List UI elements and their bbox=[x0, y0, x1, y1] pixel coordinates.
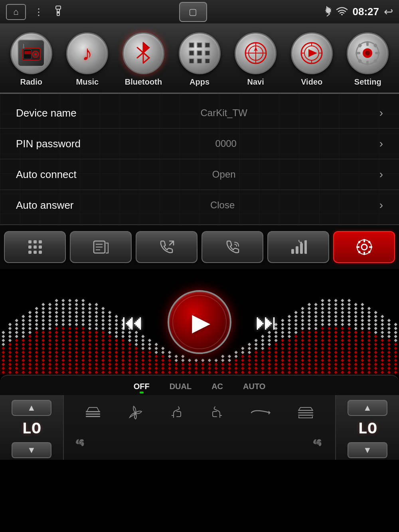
defrost-front-icon[interactable] bbox=[85, 405, 101, 422]
nav-item-bluetooth[interactable]: Bluetooth bbox=[115, 32, 172, 87]
svg-rect-10 bbox=[24, 51, 31, 54]
pin-password-label: PIN password bbox=[16, 138, 81, 150]
previous-button[interactable]: ⏮ bbox=[122, 309, 144, 335]
call-button[interactable] bbox=[136, 231, 198, 263]
climate-center-icons bbox=[64, 395, 335, 460]
dial-button[interactable] bbox=[267, 231, 329, 263]
svg-rect-39 bbox=[28, 240, 32, 243]
radio-label: Radio bbox=[20, 77, 43, 87]
svg-rect-43 bbox=[34, 245, 37, 249]
climate-dual[interactable]: DUAL bbox=[166, 380, 196, 393]
music-button[interactable]: ♪ bbox=[66, 32, 108, 74]
menu-icon[interactable]: ⋮ bbox=[34, 6, 45, 18]
svg-rect-75 bbox=[298, 415, 313, 416]
vent-direction-icon[interactable] bbox=[251, 407, 271, 421]
airflow-icon[interactable] bbox=[128, 405, 143, 422]
music-label: Music bbox=[76, 77, 99, 87]
climate-modes: OFF DUAL AC AUTO bbox=[0, 376, 399, 395]
left-temp-up[interactable]: ▲ bbox=[12, 400, 51, 416]
auto-answer-row[interactable]: Auto answer Close › bbox=[0, 190, 399, 220]
bt-action-buttons bbox=[0, 225, 399, 269]
svg-rect-56 bbox=[291, 240, 303, 241]
bluetooth-label: Bluetooth bbox=[125, 77, 162, 87]
auto-answer-value: Close bbox=[210, 200, 235, 211]
status-bar: ⌂ ⋮ ▢ ✹ bbox=[0, 0, 399, 24]
svg-rect-41 bbox=[39, 240, 42, 243]
climate-off[interactable]: OFF bbox=[130, 380, 154, 393]
left-fan-icon[interactable] bbox=[72, 435, 90, 453]
bt-settings-button[interactable] bbox=[333, 231, 395, 263]
svg-rect-68 bbox=[86, 416, 100, 417]
seat-heat-driver-icon[interactable] bbox=[170, 405, 184, 422]
apps-label: Apps bbox=[190, 77, 209, 87]
bluetooth-status-icon: ✹ bbox=[322, 5, 331, 18]
nav-item-setting[interactable]: Setting bbox=[340, 32, 396, 87]
right-temp-up[interactable]: ▲ bbox=[348, 400, 387, 416]
climate-top-icons bbox=[72, 405, 327, 422]
svg-rect-76 bbox=[298, 410, 313, 411]
climate-control: OFF DUAL AC AUTO ▲ LO ▼ bbox=[0, 375, 399, 460]
next-button[interactable]: ⏭ bbox=[255, 309, 277, 335]
navi-button[interactable] bbox=[235, 32, 277, 74]
apps-button[interactable] bbox=[179, 32, 221, 74]
usb-icon bbox=[53, 5, 64, 18]
svg-point-70 bbox=[134, 412, 136, 414]
svg-rect-40 bbox=[34, 240, 37, 243]
left-temp-down[interactable]: ▼ bbox=[12, 442, 51, 458]
pin-password-row[interactable]: PIN password 0000 › bbox=[0, 129, 399, 159]
setting-button[interactable] bbox=[347, 32, 389, 74]
right-temp-down[interactable]: ▼ bbox=[348, 442, 387, 458]
svg-text:✹: ✹ bbox=[324, 5, 331, 16]
device-name-label: Device name bbox=[16, 107, 77, 119]
svg-point-9 bbox=[34, 53, 37, 55]
svg-rect-45 bbox=[28, 251, 32, 254]
phone-button[interactable] bbox=[201, 231, 263, 263]
climate-ac[interactable]: AC bbox=[207, 380, 227, 393]
seat-heat-passenger-icon[interactable] bbox=[210, 405, 224, 422]
bluetooth-settings-panel: Device name CarKit_TW › PIN password 000… bbox=[0, 94, 399, 225]
keypad-button[interactable] bbox=[4, 231, 66, 263]
device-name-row[interactable]: Device name CarKit_TW › bbox=[0, 98, 399, 129]
radio-button[interactable] bbox=[10, 32, 52, 74]
climate-auto[interactable]: AUTO bbox=[239, 380, 269, 393]
player-controls: ⏮ ▶ ⏭ bbox=[122, 290, 277, 354]
auto-connect-row[interactable]: Auto connect Open › bbox=[0, 159, 399, 190]
svg-point-80 bbox=[317, 442, 318, 443]
right-fan-icon[interactable] bbox=[309, 435, 327, 453]
svg-rect-33 bbox=[356, 52, 360, 54]
svg-rect-69 bbox=[86, 411, 100, 412]
climate-bottom-icons bbox=[72, 435, 327, 453]
bluetooth-button[interactable] bbox=[122, 32, 164, 74]
play-icon: ▶ bbox=[192, 308, 210, 336]
nav-item-navi[interactable]: Navi bbox=[227, 32, 284, 87]
play-button[interactable]: ▶ bbox=[168, 290, 231, 354]
nav-item-video[interactable]: Video bbox=[284, 32, 340, 87]
back-icon[interactable]: ↩ bbox=[384, 5, 393, 18]
window-icon[interactable]: ▢ bbox=[179, 2, 207, 22]
home-icon[interactable]: ⌂ bbox=[6, 4, 26, 20]
auto-connect-value: Open bbox=[212, 169, 236, 180]
contacts-button[interactable] bbox=[70, 231, 132, 263]
svg-rect-59 bbox=[363, 239, 365, 242]
climate-bottom: ▲ LO ▼ bbox=[0, 395, 399, 460]
clock: 08:27 bbox=[353, 6, 379, 18]
pin-password-value: 0000 bbox=[215, 138, 237, 149]
nav-item-music[interactable]: ♪ Music bbox=[59, 32, 116, 87]
svg-marker-73 bbox=[269, 411, 271, 415]
svg-rect-55 bbox=[304, 240, 307, 254]
svg-rect-74 bbox=[298, 412, 313, 413]
svg-rect-61 bbox=[356, 246, 359, 248]
pin-password-arrow: › bbox=[379, 137, 383, 150]
svg-rect-62 bbox=[369, 246, 372, 248]
nav-item-apps[interactable]: Apps bbox=[172, 32, 228, 87]
rear-defrost-icon[interactable] bbox=[297, 407, 314, 421]
svg-rect-54 bbox=[300, 243, 303, 254]
video-button[interactable] bbox=[291, 32, 333, 74]
nav-item-radio[interactable]: Radio bbox=[3, 32, 59, 87]
player-section: ⏮ ▶ ⏭ bbox=[0, 269, 399, 375]
right-temp-display: LO bbox=[358, 420, 377, 438]
svg-rect-32 bbox=[366, 61, 369, 65]
svg-rect-67 bbox=[86, 413, 100, 415]
svg-rect-34 bbox=[375, 52, 380, 54]
wifi-icon bbox=[336, 6, 348, 17]
